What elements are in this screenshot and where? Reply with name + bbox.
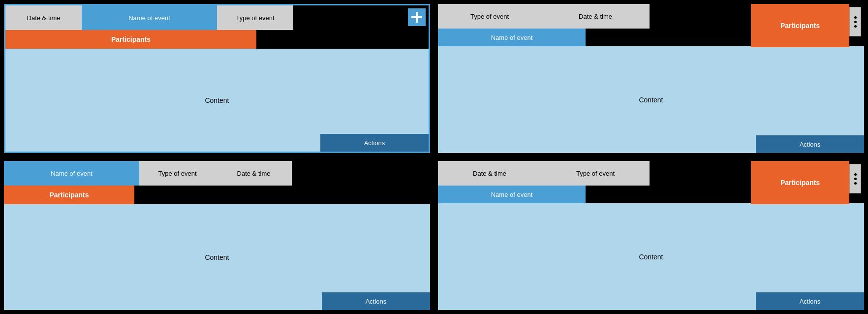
- card-3-content: Name of event Type of event Date & time …: [4, 161, 430, 310]
- add-icon[interactable]: [408, 8, 426, 26]
- tab-date-time-3[interactable]: Date & time: [216, 161, 292, 186]
- tab-type-of-event-2[interactable]: Type of event: [438, 4, 541, 29]
- more-options-icon-4[interactable]: [849, 164, 861, 193]
- dot-2: [854, 178, 857, 180]
- actions-button-2[interactable]: Actions: [756, 135, 864, 153]
- card-1-content: Date & time Name of event Type of event …: [5, 5, 429, 152]
- card-2-inner: Participants Type of event Date & time N…: [438, 4, 864, 153]
- dot-3: [854, 182, 857, 185]
- card-2-content: Participants Type of event Date & time N…: [438, 4, 864, 153]
- participants-bar-2[interactable]: Participants: [751, 4, 849, 47]
- dot-1: [854, 173, 857, 176]
- card-4: Participants Date & time Type of event N…: [434, 157, 868, 314]
- tab-date-time-2[interactable]: Date & time: [541, 4, 650, 29]
- tab-type-of-event-1[interactable]: Type of event: [217, 5, 293, 30]
- tab-type-of-event-3[interactable]: Type of event: [139, 161, 216, 186]
- card-1-inner: Date & time Name of event Type of event …: [4, 4, 430, 153]
- participants-bar-3[interactable]: Participants: [4, 186, 134, 204]
- actions-container-1: Actions: [320, 134, 429, 152]
- actions-button-1[interactable]: Actions: [320, 134, 429, 152]
- card-4-inner: Participants Date & time Type of event N…: [438, 161, 864, 310]
- name-of-event-bar-2[interactable]: Name of event: [438, 29, 586, 46]
- actions-button-4[interactable]: Actions: [756, 292, 864, 310]
- actions-container-3: Actions: [322, 292, 430, 310]
- name-of-event-bar-4[interactable]: Name of event: [438, 186, 586, 203]
- dot-3: [854, 25, 857, 28]
- participants-bar-1[interactable]: Participants: [5, 30, 256, 49]
- tab-name-of-event-1[interactable]: Name of event: [82, 5, 217, 30]
- main-grid: Date & time Name of event Type of event …: [0, 0, 868, 314]
- actions-button-3[interactable]: Actions: [322, 292, 430, 310]
- tab-date-time-1[interactable]: Date & time: [5, 5, 82, 30]
- dot-2: [854, 21, 857, 23]
- card-2: Participants Type of event Date & time N…: [434, 0, 868, 157]
- more-options-icon-2[interactable]: [849, 7, 861, 36]
- tab-type-of-event-4[interactable]: Type of event: [541, 161, 650, 186]
- card-3: Name of event Type of event Date & time …: [0, 157, 434, 314]
- dot-1: [854, 16, 857, 19]
- card-1-tabs: Date & time Name of event Type of event: [5, 5, 429, 30]
- participants-bar-4[interactable]: Participants: [751, 161, 849, 204]
- tab-date-time-4[interactable]: Date & time: [438, 161, 541, 186]
- card-3-inner: Name of event Type of event Date & time …: [4, 161, 430, 310]
- card-4-content: Participants Date & time Type of event N…: [438, 161, 864, 310]
- card-1: Date & time Name of event Type of event …: [0, 0, 434, 157]
- card-3-tabs: Name of event Type of event Date & time: [4, 161, 430, 186]
- tab-name-of-event-3[interactable]: Name of event: [4, 161, 139, 186]
